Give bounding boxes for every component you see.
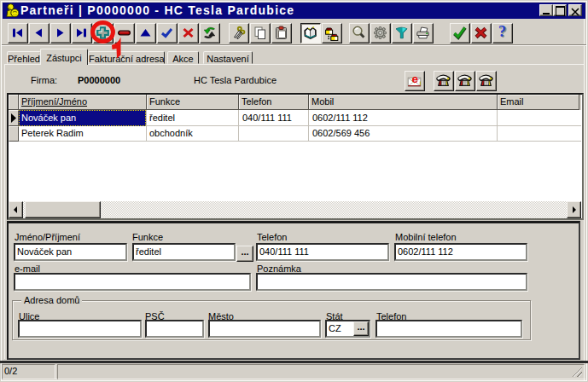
svg-text:?: ?	[498, 25, 506, 40]
svg-text:e: e	[412, 72, 419, 85]
